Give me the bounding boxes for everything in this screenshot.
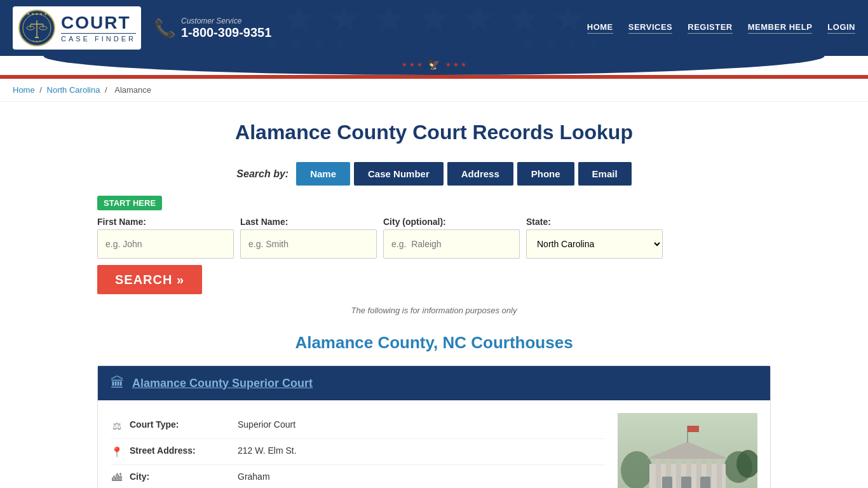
- svg-text:★ ★ ★ ★ ★ ★ ★: ★ ★ ★ ★ ★ ★ ★: [282, 0, 586, 40]
- first-name-group: First Name:: [97, 217, 234, 259]
- courthouse-header: 🏛 Alamance County Superior Court: [98, 366, 770, 400]
- nav-member-help[interactable]: MEMBER HELP: [748, 22, 813, 34]
- customer-service: 📞 Customer Service 1-800-309-9351: [154, 17, 271, 40]
- breadcrumb-sep-1: /: [39, 85, 44, 95]
- tab-phone[interactable]: Phone: [517, 162, 574, 186]
- svg-text:★ ★ ★ ★: ★ ★ ★ ★: [519, 34, 603, 55]
- arch-star-left: ★ ★ ★: [402, 61, 423, 68]
- breadcrumb-home[interactable]: Home: [13, 85, 35, 95]
- tab-address[interactable]: Address: [447, 162, 513, 186]
- cs-label: Customer Service: [181, 17, 271, 25]
- last-name-group: Last Name:: [240, 217, 377, 259]
- detail-court-type: ⚖ Court Type: Superior Court: [111, 413, 605, 439]
- tab-name[interactable]: Name: [296, 162, 350, 186]
- start-here-badge-wrapper: START HERE: [97, 196, 771, 217]
- nav-login[interactable]: LOGIN: [827, 22, 855, 34]
- breadcrumb-sep-2: /: [105, 85, 109, 95]
- state-group: State: North Carolina Alabama Alaska Ari…: [526, 217, 663, 259]
- svg-rect-31: [681, 477, 691, 488]
- court-type-label: Court Type:: [130, 419, 231, 430]
- svg-rect-30: [662, 477, 672, 488]
- courthouse-building-icon: 🏛: [111, 375, 125, 391]
- court-type-icon: ⚖: [111, 420, 123, 432]
- city-icon: 🏙: [111, 472, 123, 484]
- city-group: City (optional):: [383, 217, 520, 259]
- city-input[interactable]: [383, 229, 520, 259]
- svg-rect-9: [35, 37, 39, 38]
- svg-text:★ ★ ★: ★ ★ ★: [32, 39, 41, 43]
- first-name-input[interactable]: [97, 229, 234, 259]
- breadcrumb: Home / North Carolina / Alamance: [0, 79, 868, 102]
- logo-court-text: COURT: [61, 14, 136, 32]
- first-name-label: First Name:: [97, 217, 234, 227]
- courthouse-name[interactable]: Alamance County Superior Court: [132, 377, 313, 390]
- logo[interactable]: ★ ★ ★ ★ ★ ★ ★ ★ COURT CASE FINDER: [13, 6, 141, 50]
- street-address-value: 212 W. Elm St.: [238, 445, 297, 456]
- tab-case-number[interactable]: Case Number: [354, 162, 444, 186]
- search-form: First Name: Last Name: City (optional): …: [97, 217, 771, 294]
- last-name-input[interactable]: [240, 229, 377, 259]
- city-detail-value: Graham: [238, 471, 270, 482]
- courthouse-body: ⚖ Court Type: Superior Court 📍 Street Ad…: [98, 400, 770, 488]
- svg-rect-19: [656, 458, 661, 488]
- eagle-icon: 🦅: [428, 58, 440, 71]
- detail-street-address: 📍 Street Address: 212 W. Elm St.: [111, 439, 605, 465]
- svg-text:★ ★ ★ ★ ★: ★ ★ ★ ★ ★: [27, 12, 47, 16]
- state-label: State:: [526, 217, 663, 227]
- logo-emblem-icon: ★ ★ ★ ★ ★ ★ ★ ★: [18, 9, 56, 47]
- cs-phone: 1-800-309-9351: [181, 25, 271, 40]
- svg-rect-32: [700, 477, 710, 488]
- nav-home[interactable]: HOME: [587, 22, 613, 34]
- svg-rect-35: [688, 426, 699, 432]
- street-address-label: Street Address:: [130, 445, 231, 456]
- nav-services[interactable]: SERVICES: [628, 22, 673, 34]
- city-detail-label: City:: [130, 471, 231, 482]
- breadcrumb-county: Alamance: [114, 85, 151, 95]
- logo-casefinder-text: CASE FINDER: [61, 33, 136, 43]
- search-by-label: Search by:: [236, 168, 288, 180]
- svg-text:★ ★ ★ ★: ★ ★ ★ ★: [264, 34, 349, 55]
- courthouse-card: 🏛 Alamance County Superior Court ⚖ Court…: [97, 365, 771, 488]
- arch-star-right: ★ ★ ★: [445, 61, 466, 68]
- svg-rect-25: [717, 458, 722, 488]
- search-button[interactable]: SEARCH »: [97, 265, 202, 294]
- state-select[interactable]: North Carolina Alabama Alaska Arizona Ar…: [526, 229, 663, 259]
- info-notice: The following is for information purpose…: [97, 306, 771, 315]
- phone-icon: 📞: [154, 18, 176, 39]
- main-nav: HOME SERVICES REGISTER MEMBER HELP LOGIN: [587, 22, 855, 34]
- city-label: City (optional):: [383, 217, 520, 227]
- courthouses-title: Alamance County, NC Courthouses: [97, 333, 771, 353]
- tab-email[interactable]: Email: [578, 162, 632, 186]
- nav-register[interactable]: REGISTER: [688, 22, 732, 34]
- start-here-badge: START HERE: [97, 196, 162, 210]
- detail-city: 🏙 City: Graham: [111, 465, 605, 488]
- last-name-label: Last Name:: [240, 217, 377, 227]
- court-type-value: Superior Court: [238, 419, 295, 430]
- banner-arch: ★ ★ ★ 🦅 ★ ★ ★: [0, 56, 868, 75]
- svg-rect-21: [676, 458, 681, 488]
- site-header: ★ ★ ★ ★ ★ ★ ★ ★ COURT CASE FINDER 📞 Cust…: [0, 0, 868, 56]
- svg-point-15: [621, 451, 653, 488]
- courthouse-image: [618, 413, 757, 488]
- courthouse-details: ⚖ Court Type: Superior Court 📍 Street Ad…: [111, 413, 605, 488]
- breadcrumb-state[interactable]: North Carolina: [47, 85, 100, 95]
- search-by-row: Search by: Name Case Number Address Phon…: [97, 162, 771, 186]
- main-content: Alamance County Court Records Lookup Sea…: [85, 102, 783, 488]
- page-title: Alamance County Court Records Lookup: [97, 121, 771, 144]
- address-icon: 📍: [111, 446, 123, 458]
